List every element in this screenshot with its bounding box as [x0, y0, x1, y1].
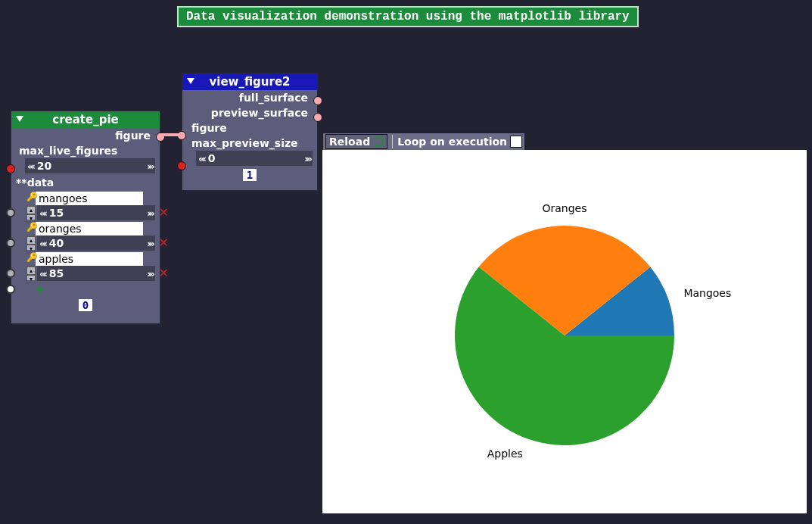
slider-oranges[interactable]: «‹ 40 ›»: [37, 235, 155, 251]
pie-label-apples: Apples: [487, 448, 523, 460]
output-label-figure: figure: [115, 129, 151, 142]
node-badge: 0: [79, 299, 92, 311]
reload-button[interactable]: Reload: [325, 134, 387, 149]
reload-icon: [373, 136, 384, 147]
node-create-pie[interactable]: create_pie figure max_live_figures «‹ 20…: [11, 111, 160, 324]
input-port-max-preview[interactable]: [177, 161, 186, 170]
slider-value: 15: [48, 207, 145, 219]
loop-label: Loop on execution: [397, 136, 507, 148]
chevron-left-icon[interactable]: «‹: [25, 161, 36, 172]
separator: [392, 135, 393, 148]
preview-toolbar: Reload Loop on execution: [322, 133, 525, 151]
key-input-mangoes[interactable]: mangoes: [36, 192, 143, 205]
data-header: **data: [16, 176, 54, 189]
key-icon: 🔑: [26, 252, 38, 263]
input-port-max-live[interactable]: [6, 164, 15, 173]
input-port-mangoes[interactable]: [6, 208, 15, 217]
chevron-right-icon[interactable]: ›»: [145, 268, 155, 279]
chevron-left-icon[interactable]: «‹: [196, 153, 207, 164]
add-port[interactable]: [6, 285, 15, 294]
param-label-max-live-figures: max_live_figures: [19, 145, 117, 157]
plus-icon[interactable]: +: [34, 281, 45, 297]
slider-max-live-figures[interactable]: «‹ 20 ›»: [25, 158, 155, 173]
chevron-left-icon[interactable]: «‹: [37, 268, 48, 279]
preview-panel: MangoesOrangesApples: [322, 150, 807, 513]
chevron-left-icon[interactable]: «‹: [37, 207, 48, 219]
node-title: view_figure2: [210, 75, 291, 89]
stepper-apples[interactable]: ▴▾: [26, 267, 36, 280]
input-port-oranges[interactable]: [6, 239, 15, 248]
chevron-right-icon[interactable]: ›»: [145, 207, 155, 219]
slider-mangoes[interactable]: «‹ 15 ›»: [37, 205, 155, 220]
collapse-icon[interactable]: [187, 78, 194, 84]
title-banner: Data visualization demonstration using t…: [177, 6, 639, 27]
output-port-preview-surface[interactable]: [313, 113, 322, 122]
reload-label: Reload: [329, 136, 370, 148]
remove-icon[interactable]: ✕: [159, 266, 169, 280]
slider-value: 85: [48, 267, 145, 279]
chevron-right-icon[interactable]: ›»: [145, 161, 155, 172]
remove-icon[interactable]: ✕: [159, 235, 169, 250]
node-view-figure[interactable]: view_figure2 full_surface preview_surfac…: [182, 73, 318, 191]
chevron-right-icon[interactable]: ›»: [302, 153, 313, 164]
slider-apples[interactable]: «‹ 85 ›»: [37, 266, 155, 281]
slider-value: 20: [36, 160, 145, 172]
chevron-left-icon[interactable]: «‹: [37, 238, 48, 249]
key-input-apples[interactable]: apples: [36, 252, 143, 266]
remove-icon[interactable]: ✕: [159, 205, 169, 220]
collapse-icon[interactable]: [16, 116, 23, 122]
node-header[interactable]: create_pie: [11, 111, 160, 128]
param-label-max-preview-size: max_preview_size: [191, 137, 298, 149]
key-icon: 🔑: [26, 192, 38, 202]
input-port-apples[interactable]: [6, 269, 15, 278]
pie-chart: MangoesOrangesApples: [322, 150, 807, 513]
output-port-full-surface[interactable]: [313, 96, 322, 105]
node-title: create_pie: [52, 113, 118, 126]
node-header[interactable]: view_figure2: [182, 73, 317, 90]
key-input-oranges[interactable]: oranges: [36, 222, 143, 235]
chevron-right-icon[interactable]: ›»: [145, 238, 155, 249]
slider-value: 40: [48, 237, 145, 249]
output-label-preview-surface: preview_surface: [211, 107, 308, 119]
output-label-full-surface: full_surface: [239, 92, 308, 104]
slider-max-preview-size[interactable]: «‹ 0 ›»: [196, 151, 313, 166]
loop-checkbox[interactable]: [510, 136, 522, 148]
stepper-mangoes[interactable]: ▴▾: [26, 206, 36, 220]
pie-label-oranges: Oranges: [542, 202, 586, 214]
node-badge: 1: [243, 169, 257, 181]
pie-label-mangoes: Mangoes: [683, 287, 731, 299]
wire-figure: [159, 133, 182, 136]
key-icon: 🔑: [26, 222, 38, 232]
input-label-figure: figure: [191, 122, 227, 134]
stepper-oranges[interactable]: ▴▾: [26, 236, 36, 250]
slider-value: 0: [207, 152, 302, 164]
